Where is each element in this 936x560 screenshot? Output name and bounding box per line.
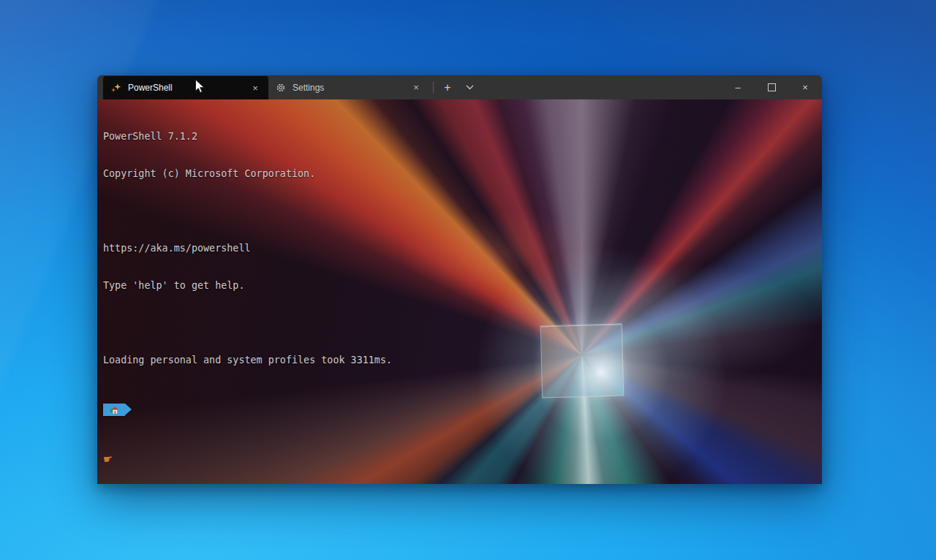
powerline-arrow-icon <box>125 404 132 415</box>
tab-settings-close-icon[interactable]: × <box>410 82 422 94</box>
chevron-down-icon <box>466 85 474 90</box>
pointing-hand-icon: ☛ <box>102 453 114 466</box>
tab-settings[interactable]: Settings × <box>268 75 429 99</box>
terminal-output: PowerShell 7.1.2 Copyright (c) Microsoft… <box>97 99 822 484</box>
tab-powershell[interactable]: PowerShell × <box>103 76 268 99</box>
window-controls: – × <box>721 75 822 99</box>
tab-dropdown-button[interactable] <box>458 75 481 99</box>
prompt-row <box>103 404 816 416</box>
gear-icon <box>276 83 286 93</box>
terminal-pane[interactable]: PowerShell 7.1.2 Copyright (c) Microsoft… <box>97 99 822 484</box>
close-window-button[interactable]: × <box>788 75 822 99</box>
tab-settings-label: Settings <box>292 83 410 93</box>
terminal-line: PowerShell 7.1.2 <box>103 130 816 143</box>
minimize-button[interactable]: – <box>721 75 755 99</box>
maximize-icon <box>768 83 776 91</box>
terminal-line <box>103 317 816 329</box>
terminal-line: Type 'help' to get help. <box>103 279 816 292</box>
terminal-line <box>103 205 816 217</box>
tab-bar[interactable]: PowerShell × Settings × + <box>97 75 822 99</box>
desktop-wallpaper: PowerShell × Settings × + <box>0 0 936 560</box>
new-tab-button[interactable]: + <box>437 75 458 99</box>
tabbar-divider <box>433 82 434 93</box>
sparkles-icon <box>110 83 121 94</box>
home-icon <box>103 404 125 416</box>
maximize-button[interactable] <box>755 75 788 99</box>
terminal-window: PowerShell × Settings × + <box>97 75 822 484</box>
terminal-line: Copyright (c) Microsoft Corporation. <box>103 167 816 180</box>
terminal-line: https://aka.ms/powershell <box>103 242 816 254</box>
prompt-powerline-segment <box>103 404 132 416</box>
tab-powershell-label: PowerShell <box>128 83 249 93</box>
titlebar-drag-area[interactable] <box>481 75 721 99</box>
tab-powershell-close-icon[interactable]: × <box>249 82 261 94</box>
terminal-line: Loading personal and system profiles too… <box>103 354 816 366</box>
prompt-pointer-row: ☛ <box>103 453 816 466</box>
